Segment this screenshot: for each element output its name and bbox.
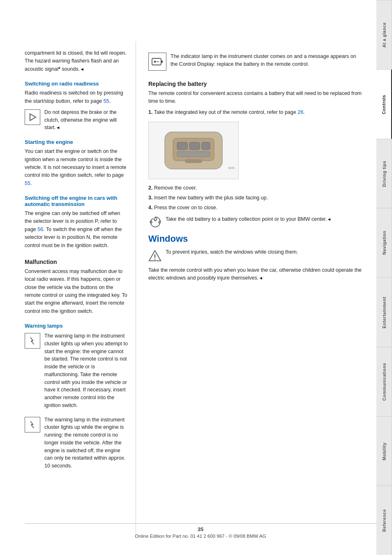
tab-reference[interactable]: Reference — [376, 486, 392, 555]
battery-svg-illustration: W35030509 — [152, 126, 235, 175]
warning-lamp-icon-1 — [25, 333, 40, 349]
windows-warning-note: To prevent injuries, watch the windows w… — [148, 248, 364, 262]
windows-heading: Windows — [148, 234, 364, 244]
step-2: 2. Remove the cover. — [148, 184, 364, 192]
starting-engine-body: You can start the engine or switch on th… — [25, 148, 128, 187]
section-switching-on-heading: Switching on radio readiness — [25, 81, 128, 87]
svg-line-1 — [30, 338, 33, 341]
tab-entertainment[interactable]: Entertainment — [376, 278, 392, 347]
step-4-num: 4. — [148, 205, 152, 210]
step-1-num: 1. — [148, 109, 152, 115]
warning-lamp-icon-2 — [25, 417, 40, 432]
tab-at-a-glance[interactable]: At a glance — [376, 0, 392, 69]
battery-indicator-icon — [151, 55, 164, 68]
key-warning-icon-2 — [28, 420, 37, 430]
step-3: 3. Insert the new battery with the plus … — [148, 194, 364, 202]
page-number: 35 — [25, 526, 376, 532]
malfunction-heading: Malfunction — [25, 259, 128, 265]
tab-driving-tips[interactable]: Driving tips — [376, 139, 392, 208]
recycle-icon — [148, 215, 162, 229]
svg-point-10 — [154, 61, 156, 63]
play-triangle-icon — [28, 112, 37, 122]
svg-marker-0 — [30, 114, 36, 120]
svg-text:W35030509: W35030509 — [228, 166, 235, 169]
warning-lamp-2: The warning lamp in the instrument clust… — [25, 416, 128, 473]
svg-point-22 — [154, 259, 156, 260]
warning-lamp-1-text: The warning lamp in the instrument clust… — [44, 332, 128, 409]
svg-line-5 — [30, 421, 33, 425]
step-3-num: 3. — [148, 195, 152, 201]
switching-off-heading: Switching off the engine in cars with au… — [25, 195, 128, 207]
battery-image: W35030509 — [148, 122, 239, 179]
indicator-note-box: The indicator lamp in the instrument clu… — [148, 53, 364, 72]
link-page-55-1[interactable]: 55 — [104, 98, 109, 104]
step-2-num: 2. — [148, 185, 152, 191]
windows-back: ◄ — [258, 275, 263, 280]
no-brake-note-text: Do not depress the brake or the clutch, … — [44, 109, 128, 132]
right-column: The indicator lamp in the instrument clu… — [136, 0, 376, 555]
recycle-note-text: Take the old battery to a battery collec… — [166, 215, 331, 223]
note1-back: ◄ — [56, 125, 60, 130]
starting-engine-heading: Starting the engine — [25, 139, 128, 145]
intro-text: compartment lid is closed, the lid will … — [25, 49, 128, 73]
intro-back-symbol: ◄ — [80, 67, 84, 72]
tab-mobility[interactable]: Mobility — [376, 416, 392, 486]
warning-lamp-1: The warning lamp in the instrument clust… — [25, 332, 128, 413]
tab-controls[interactable]: Controls — [376, 69, 392, 139]
footer-text: Online Edition for Part no. 01 41 2 600 … — [25, 534, 376, 539]
link-page-55-2[interactable]: 55 — [25, 180, 30, 186]
svg-rect-9 — [161, 60, 163, 63]
svg-rect-18 — [185, 160, 202, 163]
malfunction-body: Convenient access may malfunction due to… — [25, 268, 128, 315]
svg-rect-16 — [202, 142, 210, 150]
switching-on-body: Radio readiness is switched on by pressi… — [25, 89, 128, 105]
recycle-note: Take the old battery to a battery collec… — [148, 215, 364, 229]
svg-rect-17 — [177, 152, 210, 157]
step-1: 1. Take the integrated key out of the re… — [148, 109, 364, 116]
recycle-back: ◄ — [327, 217, 332, 222]
replacing-battery-heading: Replacing the battery — [148, 81, 364, 87]
battery-indicator-icon-box — [148, 53, 166, 71]
warning-lamp-2-text: The warning lamp in the instrument clust… — [44, 416, 128, 470]
intro-end: sounds. — [60, 66, 80, 72]
tab-bar: At a glance Controls Driving tips Naviga… — [376, 0, 392, 555]
windows-body: Take the remote control with you when yo… — [148, 266, 364, 282]
key-warning-icon-1 — [28, 336, 37, 346]
page-footer: 35 Online Edition for Part no. 01 41 2 6… — [25, 523, 376, 539]
left-column: compartment lid is closed, the lid will … — [0, 0, 136, 555]
indicator-note-text: The indicator lamp in the instrument clu… — [171, 53, 364, 68]
warning-lamps-heading: Warning lamps — [25, 323, 128, 329]
link-page-26[interactable]: 26 — [297, 109, 303, 115]
warning-triangle-icon — [148, 249, 161, 262]
svg-line-3 — [31, 341, 34, 345]
tab-navigation[interactable]: Navigation — [376, 208, 392, 278]
svg-line-7 — [31, 425, 34, 428]
step-4: 4. Press the cover on to close. — [148, 204, 364, 212]
main-content: compartment lid is closed, the lid will … — [0, 0, 376, 555]
svg-rect-15 — [189, 142, 200, 150]
page-container: compartment lid is closed, the lid will … — [0, 0, 392, 555]
svg-rect-14 — [177, 142, 187, 150]
no-brake-note: Do not depress the brake or the clutch, … — [25, 109, 128, 132]
tab-communications[interactable]: Communications — [376, 347, 392, 416]
play-icon-box — [25, 109, 40, 125]
switching-off-body: The engine can only be switched off when… — [25, 210, 128, 250]
replacing-battery-intro: The remote control for convenient access… — [148, 90, 364, 106]
windows-warning-text: To prevent injuries, watch the windows w… — [166, 248, 298, 256]
link-page-56[interactable]: 56 — [37, 227, 43, 232]
